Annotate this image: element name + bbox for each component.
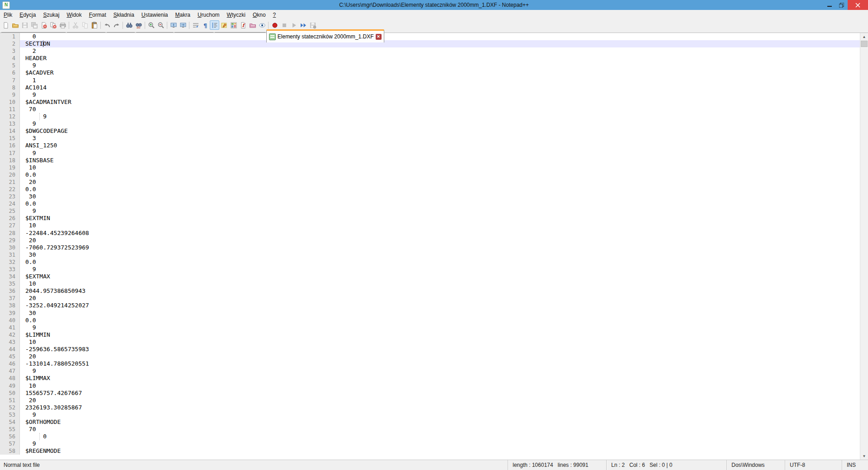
sync-vertical-icon[interactable] [169,20,178,30]
editor-line[interactable]: 6$ACADVER [0,69,860,76]
editor-line[interactable]: 46-131014.7880520551 [0,360,860,367]
new-file-icon[interactable] [1,20,10,30]
editor-line[interactable]: 23 30 [0,193,860,200]
editor-line[interactable]: 51 20 [0,397,860,404]
editor-line[interactable]: 29 20 [0,237,860,244]
vertical-scrollbar[interactable]: ▲ ▼ [860,33,868,460]
editor-line[interactable]: 28-22484.45239264608 [0,230,860,237]
editor-line[interactable]: 25 9 [0,207,860,215]
editor-line[interactable]: 11 70 [0,106,860,113]
status-cursor-position[interactable]: Ln : 2 Col : 6 Sel : 0 | 0 [606,460,726,470]
editor-line[interactable]: 38-3252.049214252027 [0,302,860,309]
minimize-button[interactable] [823,0,835,10]
menu-item-skadnia[interactable]: Składnia [110,10,138,19]
status-eol-format[interactable]: Dos\Windows [726,460,785,470]
scroll-up-icon[interactable]: ▲ [860,33,868,41]
editor-line[interactable]: 522326193.30285867 [0,404,860,411]
editor-line[interactable]: 56 0 [0,433,860,440]
menu-item-widok[interactable]: Widok [63,10,85,19]
editor-line[interactable]: 2SECTION [0,40,860,47]
menu-item-format[interactable]: Format [85,10,110,19]
macro-record-icon[interactable] [270,20,279,30]
zoom-out-icon[interactable] [156,20,165,30]
print-icon[interactable] [58,20,67,30]
undo-icon[interactable] [102,20,112,30]
menu-item-uruchom[interactable]: Uruchom [194,10,223,19]
editor-line[interactable]: 34$EXTMAX [0,273,860,280]
menu-item-makra[interactable]: Makra [172,10,194,19]
editor-line[interactable]: 15 3 [0,135,860,142]
editor-line[interactable]: 362044.957386850943 [0,287,860,295]
editor-line[interactable]: 13 9 [0,120,860,127]
editor-line[interactable]: 8AC1014 [0,84,860,91]
open-file-icon[interactable] [10,20,20,30]
sync-horizontal-icon[interactable] [178,20,188,30]
editor-line[interactable]: 44-259636.5865735983 [0,346,860,353]
editor-line[interactable]: 39 30 [0,310,860,317]
editor-line[interactable]: 400.0 [0,317,860,324]
editor-line[interactable]: 16ANSI_1250 [0,142,860,149]
find-icon[interactable] [124,20,134,30]
editor-line[interactable]: 58$REGENMODE [0,447,860,455]
menu-item-wtyczki[interactable]: Wtyczki [223,10,249,19]
zoom-in-icon[interactable] [146,20,156,30]
editor-line[interactable]: 33 9 [0,266,860,273]
editor-lines[interactable]: 1 02SECTION3 24HEADER5 96$ACADVER7 18AC1… [0,33,860,460]
editor-line[interactable]: 5 9 [0,62,860,69]
close-file-icon[interactable] [39,20,48,30]
close-button[interactable] [848,0,868,10]
macro-run-multiple-icon[interactable] [298,20,308,30]
editor-line[interactable]: 37 20 [0,295,860,302]
editor-line[interactable]: 12 9 [0,113,860,120]
editor-line[interactable]: 4HEADER [0,55,860,62]
editor-line[interactable]: 19 10 [0,164,860,171]
editor-line[interactable]: 27 10 [0,222,860,229]
tab-7[interactable]: Elementy stateczników 2000mm_1.DXF✕ [266,29,384,42]
editor-line[interactable]: 21 20 [0,179,860,186]
editor-line[interactable]: 53 9 [0,411,860,418]
editor-line[interactable]: 1 0 [0,33,860,40]
folder-as-workspace-icon[interactable] [248,20,257,30]
editor-line[interactable]: 48$LIMMAX [0,375,860,382]
editor-line[interactable]: 26$EXTMIN [0,215,860,222]
editor-line[interactable]: 47 9 [0,367,860,375]
restore-button[interactable] [835,0,848,10]
editor-line[interactable]: 41 9 [0,324,860,331]
status-encoding[interactable]: UTF-8 [785,460,842,470]
editor-line[interactable]: 240.0 [0,200,860,207]
user-defined-language-icon[interactable] [219,20,229,30]
indent-guide-icon[interactable] [210,20,219,30]
editor-line[interactable]: 18$INSBASE [0,157,860,164]
editor-area[interactable]: 1 02SECTION3 24HEADER5 96$ACADVER7 18AC1… [0,33,868,460]
editor-line[interactable]: 17 9 [0,150,860,157]
editor-line[interactable]: 30-7060.729372523969 [0,244,860,251]
editor-line[interactable]: 5015565757.4267667 [0,390,860,397]
editor-line[interactable]: 55 70 [0,426,860,433]
word-wrap-icon[interactable] [191,20,200,30]
menu-item-plik[interactable]: Plik [0,10,16,19]
editor-line[interactable]: 14$DWGCODEPAGE [0,127,860,135]
scroll-down-icon[interactable]: ▼ [860,452,868,460]
tab-close-icon[interactable]: ✕ [376,34,382,40]
menu-item-okno[interactable]: Okno [249,10,269,19]
editor-line[interactable]: 31 30 [0,251,860,258]
replace-icon[interactable]: ab [134,20,143,30]
editor-line[interactable]: 10$ACADMAINTVER [0,99,860,106]
show-all-characters-icon[interactable]: ¶ [200,20,210,30]
editor-line[interactable]: 3 2 [0,47,860,55]
monitoring-icon[interactable] [257,20,267,30]
function-list-icon[interactable]: f [238,20,248,30]
title-bar[interactable]: N C:\Users\mgr\Downloads\Elementy statec… [0,0,868,10]
status-typing-mode[interactable]: INS [842,460,868,470]
scrollbar-thumb[interactable] [861,41,868,47]
document-map-icon[interactable] [229,20,238,30]
editor-line[interactable]: 9 9 [0,91,860,99]
editor-line[interactable]: 320.0 [0,258,860,266]
menu-item-ustawienia[interactable]: Ustawienia [138,10,172,19]
editor-line[interactable]: 45 20 [0,353,860,360]
menu-item-help[interactable]: ? [269,10,280,19]
editor-line[interactable]: 54$ORTHOMODE [0,418,860,426]
editor-line[interactable]: 57 9 [0,440,860,447]
menu-item-szukaj[interactable]: Szukaj [39,10,63,19]
editor-line[interactable]: 35 10 [0,280,860,287]
